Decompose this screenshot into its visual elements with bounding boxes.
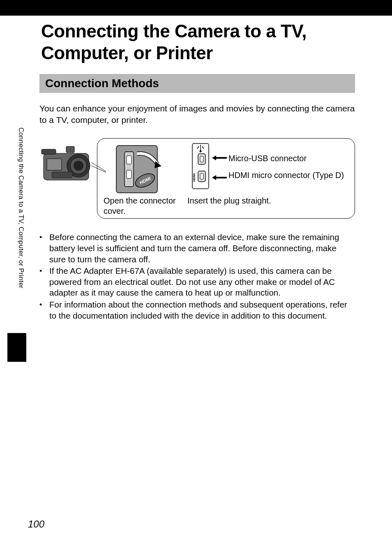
list-item: • If the AC Adapter EH-67A (available se… (39, 266, 355, 298)
arrow-icon (212, 155, 227, 160)
list-item-text: If the AC Adapter EH-67A (available sepa… (49, 266, 355, 298)
svg-text:HDMI: HDMI (192, 174, 196, 182)
list-item: • For information about the connection m… (39, 299, 355, 321)
arrow-icon (212, 175, 227, 180)
svg-rect-13 (127, 170, 131, 178)
open-cover-label: Open the connector cover. (104, 196, 184, 216)
list-item: • Before connecting the camera to an ext… (39, 232, 355, 265)
side-tab: Connecting the Camera to a TV, Computer,… (7, 127, 26, 366)
svg-marker-25 (212, 175, 227, 180)
svg-marker-24 (212, 155, 227, 160)
usb-connector-label: Micro-USB connector (228, 154, 307, 163)
svg-point-18 (200, 150, 202, 153)
section-heading: Connection Methods (39, 74, 355, 93)
page-number: 100 (28, 518, 44, 530)
intro-text: You can enhance your enjoyment of images… (39, 103, 355, 126)
list-item-text: Before connecting the camera to an exter… (49, 232, 355, 265)
side-tab-marker (7, 333, 26, 362)
svg-rect-5 (47, 159, 62, 170)
list-item-text: For information about the connection met… (49, 299, 355, 321)
svg-rect-20 (200, 156, 203, 162)
side-tab-text: Connecting the Camera to a TV, Computer,… (17, 127, 25, 289)
top-black-bar (0, 0, 392, 16)
svg-rect-7 (52, 172, 72, 178)
bullet-icon: • (39, 299, 49, 321)
camera-illustration (39, 143, 93, 184)
svg-rect-6 (66, 146, 74, 153)
port-illustration: HDMI (187, 141, 214, 191)
bullet-list: • Before connecting the camera to an ext… (39, 232, 355, 321)
connector-cover-illustration: HDMI (106, 141, 168, 195)
page-title: Connecting the Camera to a TV, Computer,… (0, 16, 392, 64)
bullet-icon: • (39, 232, 49, 265)
hdmi-connector-label: HDMI micro connector (Type D) (228, 170, 344, 180)
svg-point-4 (74, 161, 83, 171)
insert-plug-label: Insert the plug straight. (187, 196, 271, 206)
svg-rect-1 (42, 149, 56, 154)
svg-rect-23 (200, 174, 203, 179)
svg-rect-12 (127, 156, 131, 164)
diagram-area: HDMI HDMI Micro-USB connector HDMI micro… (39, 138, 355, 220)
bullet-icon: • (39, 266, 49, 298)
